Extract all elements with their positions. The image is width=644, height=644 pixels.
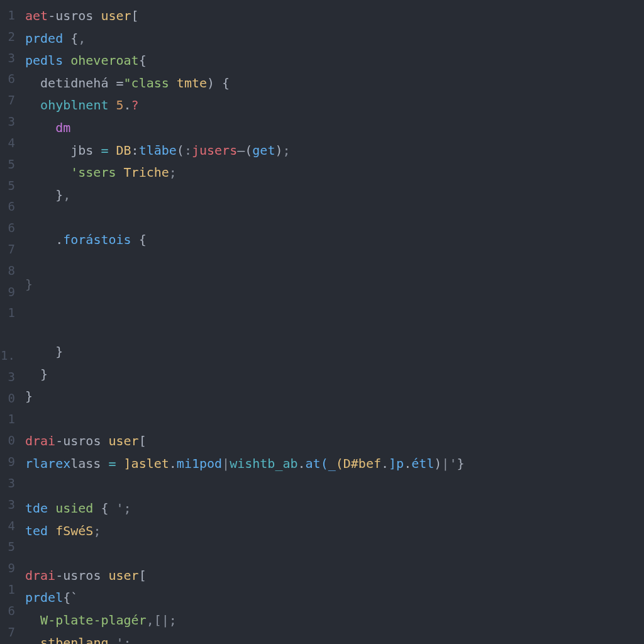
code-token: . (124, 97, 131, 113)
code-token: ]aslet (124, 456, 169, 471)
code-token: . (169, 456, 177, 471)
code-line[interactable]: .forástois { (25, 229, 644, 252)
code-token: aet (25, 8, 48, 23)
code-token: user (101, 8, 131, 23)
code-line[interactable]: drai-usros user[ (25, 430, 644, 453)
code-token: tlābe (139, 143, 177, 158)
code-token: ( (177, 143, 184, 158)
line-number: 9 (0, 558, 19, 579)
code-token: } (25, 389, 33, 404)
code-token: at(_ (306, 456, 336, 471)
code-token: prded (25, 31, 70, 46)
code-line[interactable]: 'ssers Triche; (25, 162, 644, 184)
code-token: '; (116, 501, 131, 516)
code-token: ? (131, 97, 139, 113)
code-token: ohyblnent (40, 97, 116, 113)
line-number: 3 (0, 473, 19, 494)
code-line[interactable]: W-plate-plagér,[|; (25, 609, 644, 632)
code-token: oheveroat (70, 53, 138, 68)
code-token: { (139, 232, 147, 247)
code-line[interactable] (25, 206, 644, 229)
line-number: 5 (0, 154, 19, 175)
code-token: } (25, 187, 63, 203)
code-token: mi1pod (177, 456, 222, 471)
code-line[interactable]: ohyblnent 5.? (25, 94, 644, 117)
code-line[interactable]: prdel{` (25, 587, 644, 609)
code-token (25, 120, 55, 135)
code-token: tde (25, 501, 55, 516)
code-line[interactable]: jbs = DB:tlābe(:jusers—(get); (25, 140, 644, 162)
code-line[interactable]: detidnehá ="class tmte) { (25, 72, 644, 95)
code-line[interactable] (25, 252, 644, 274)
code-line[interactable] (25, 296, 644, 319)
code-line[interactable]: aet-usros user[ (25, 5, 644, 28)
line-number: 1 (0, 409, 19, 430)
code-line[interactable] (25, 542, 644, 565)
code-line[interactable]: prded {, (25, 28, 644, 50)
code-line[interactable]: } (25, 364, 644, 386)
code-line[interactable] (25, 475, 644, 497)
code-token: étl (411, 456, 434, 471)
code-token: forástois (63, 232, 138, 247)
code-token: (D#bef (336, 456, 381, 471)
code-token: usied (55, 501, 101, 516)
code-token: } (25, 344, 63, 359)
code-line[interactable]: dm (25, 117, 644, 140)
code-token: ; (93, 523, 101, 538)
code-token: pedls (25, 53, 70, 68)
line-number: 5 (0, 175, 19, 197)
code-token: { (101, 501, 116, 516)
code-token: drai (25, 568, 55, 583)
line-number: 7 (0, 90, 19, 111)
code-token: . (381, 456, 389, 471)
code-token: . (298, 456, 306, 471)
code-line[interactable]: pedls oheveroat{ (25, 50, 644, 72)
code-token: —( (237, 143, 252, 158)
code-token: [ (131, 8, 139, 23)
code-token: Triche (124, 165, 169, 180)
line-number: 6 (0, 196, 19, 218)
code-token: { (139, 53, 147, 68)
code-token: jbs (25, 143, 101, 158)
line-number: 8 (0, 260, 19, 282)
code-token: = (101, 143, 108, 158)
code-token: fSwéS (55, 523, 93, 538)
code-token (25, 165, 70, 180)
code-area[interactable]: aet-usros user[prded {,pedls oheveroat{ … (19, 0, 644, 644)
code-token: rlarex (25, 456, 70, 471)
code-line[interactable]: ted fSwéS; (25, 520, 644, 543)
code-token: '; (116, 635, 131, 644)
line-number: 4 (0, 133, 19, 154)
code-line[interactable]: tde usied { '; (25, 497, 644, 520)
code-line[interactable]: } (25, 386, 644, 408)
code-line[interactable]: stbenlang '; (25, 632, 644, 644)
code-token: dm (55, 120, 70, 135)
line-number: 1 (0, 303, 19, 324)
line-number: 2 (0, 26, 19, 48)
line-number: 9 (0, 282, 19, 303)
code-line[interactable]: }, (25, 184, 644, 207)
line-number: 1 (0, 579, 19, 601)
code-line[interactable]: drai-usros user[ (25, 565, 644, 587)
code-token: : (131, 143, 139, 158)
code-token: 'ssers (70, 165, 123, 180)
code-token: . (404, 456, 411, 471)
code-line[interactable]: } (25, 274, 644, 296)
code-token: ted (25, 523, 55, 538)
code-token: DB (108, 143, 131, 158)
code-line[interactable] (25, 408, 644, 431)
code-token: {` (63, 590, 78, 605)
code-token: ) (207, 75, 214, 91)
code-token: "class (124, 75, 177, 91)
code-token: ; (282, 143, 290, 158)
code-token: [ (139, 568, 147, 583)
code-token: ; (169, 613, 177, 628)
code-editor[interactable]: 123673455667891 1.301093345916789 aet-us… (0, 0, 644, 644)
line-number: 3 (0, 48, 19, 69)
line-number: 3 (0, 367, 19, 388)
line-number: 3 (0, 494, 19, 516)
code-line[interactable]: } (25, 341, 644, 364)
code-line[interactable] (25, 318, 644, 341)
code-token: : (184, 143, 192, 158)
code-line[interactable]: rlarexlass = ]aslet.mi1pod|wishtb_ab.at(… (25, 453, 644, 475)
